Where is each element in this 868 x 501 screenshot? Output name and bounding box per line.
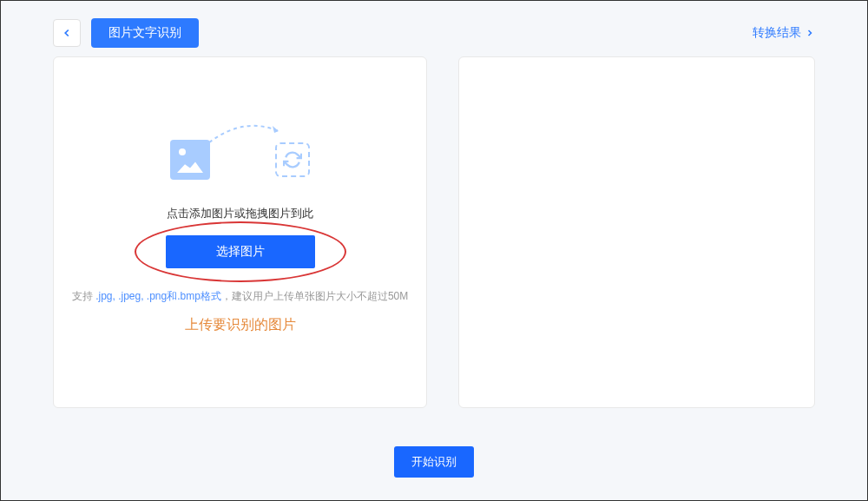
format-hint-suffix: ，建议用户上传单张图片大小不超过50M	[221, 290, 408, 302]
content-area: 点击添加图片或拖拽图片到此 选择图片 支持 .jpg, .jpeg, .png和…	[1, 56, 867, 432]
result-link-label: 转换结果	[753, 25, 801, 41]
upload-panel[interactable]: 点击添加图片或拖拽图片到此 选择图片 支持 .jpg, .jpeg, .png和…	[53, 56, 427, 408]
header-left: 图片文字识别	[53, 18, 199, 48]
format-hint: 支持 .jpg, .jpeg, .png和.bmp格式，建议用户上传单张图片大小…	[72, 289, 408, 304]
format-hint-prefix: 支持	[72, 290, 95, 302]
upload-icon-area	[170, 140, 310, 180]
header: 图片文字识别 转换结果	[1, 1, 867, 56]
select-image-button[interactable]: 选择图片	[166, 235, 315, 268]
chevron-left-icon	[61, 27, 73, 39]
result-link[interactable]: 转换结果	[753, 25, 815, 41]
result-panel	[458, 56, 815, 408]
arrow-icon	[205, 121, 287, 147]
select-button-wrap: 选择图片	[166, 235, 315, 268]
app-container: 图片文字识别 转换结果	[0, 0, 868, 501]
refresh-icon	[283, 150, 302, 169]
upload-annotation: 上传要识别的图片	[185, 316, 296, 334]
upload-instruction: 点击添加图片或拖拽图片到此	[167, 206, 313, 221]
format-hint-formats: .jpg, .jpeg, .png和.bmp格式	[95, 290, 221, 302]
refresh-box	[275, 142, 310, 177]
chevron-right-icon	[805, 28, 815, 38]
page-title-button[interactable]: 图片文字识别	[91, 18, 199, 48]
svg-marker-0	[273, 126, 279, 133]
back-button[interactable]	[53, 19, 81, 47]
start-recognition-button[interactable]: 开始识别	[394, 446, 474, 478]
footer: 开始识别	[1, 432, 867, 500]
